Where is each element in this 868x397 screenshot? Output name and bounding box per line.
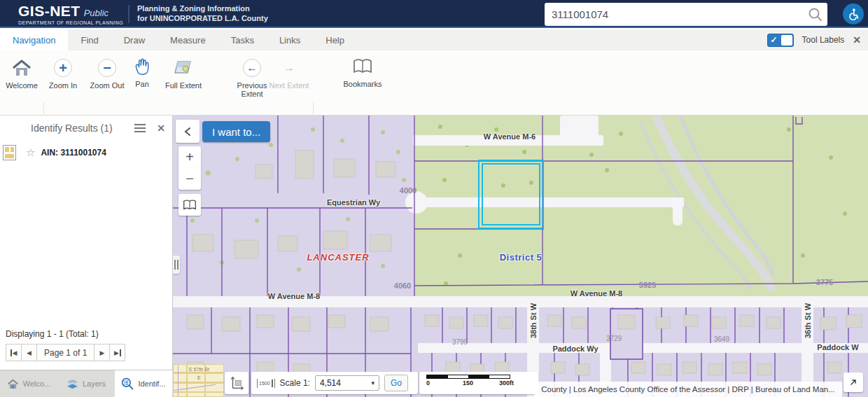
menu-tab-navigation[interactable]: Navigation bbox=[0, 29, 68, 50]
street-label: W Avenue M-8 bbox=[570, 289, 622, 298]
map-attribution: County | Los Angeles County Office of th… bbox=[534, 382, 842, 397]
full-extent-icon bbox=[174, 59, 193, 77]
arrow-up-right-icon bbox=[849, 378, 858, 386]
map-bookmarks-button[interactable] bbox=[178, 194, 201, 216]
attribution-toggle-button[interactable] bbox=[844, 372, 863, 392]
menu-tab-links[interactable]: Links bbox=[267, 29, 313, 50]
identify-results-panel: Identify Results (1) ✕ ☆ AIN: 3111001074… bbox=[0, 116, 173, 370]
result-label: AIN: 3111001074 bbox=[41, 148, 106, 158]
tab-welcome[interactable]: Welco... bbox=[0, 370, 57, 397]
menu-tab-tasks[interactable]: Tasks bbox=[218, 29, 267, 50]
block-number: 4060 bbox=[394, 281, 411, 290]
block-number: 3775 bbox=[816, 278, 833, 286]
tab-layers[interactable]: Layers bbox=[57, 370, 115, 397]
home-icon bbox=[12, 59, 31, 77]
ribbon-close-icon[interactable]: ✕ bbox=[853, 34, 861, 46]
previous-extent-icon: ← bbox=[243, 59, 261, 77]
inset-street-label: E 57th St bbox=[189, 367, 209, 372]
bookmarks-button[interactable]: Bookmarks bbox=[338, 56, 387, 88]
xy-coordinates-button[interactable] bbox=[225, 372, 248, 394]
street-label-vertical: 36th St W bbox=[804, 303, 812, 338]
scalebar-mid: 150 bbox=[463, 379, 473, 386]
scalebar-end: 300ft bbox=[499, 379, 514, 386]
overview-inset-map[interactable]: E 57th St E bbox=[173, 364, 224, 397]
chevron-left-icon bbox=[183, 127, 192, 137]
tab-identify-label: Identif... bbox=[138, 379, 165, 388]
next-extent-icon: → bbox=[284, 62, 295, 74]
panel-menu-icon[interactable] bbox=[134, 122, 146, 134]
street-label: Paddock Wy bbox=[552, 344, 598, 353]
i-want-to-button[interactable]: I want to... bbox=[202, 121, 270, 142]
tool-labels-toggle[interactable]: ✓ bbox=[767, 34, 794, 47]
map-zoom-in-button[interactable]: + bbox=[178, 146, 201, 168]
global-search bbox=[545, 3, 827, 26]
accessibility-icon bbox=[846, 7, 860, 21]
app-logo: GIS-NET Public DEPARTMENT OF REGIONAL PL… bbox=[18, 3, 123, 25]
go-label: Go bbox=[391, 378, 402, 388]
result-thumbnail-icon bbox=[3, 145, 16, 160]
street-label: Paddock W bbox=[817, 343, 858, 351]
scale-go-button[interactable]: Go bbox=[384, 375, 408, 391]
scale-select[interactable]: 4,514 ▾ bbox=[315, 375, 379, 391]
logo-department: DEPARTMENT OF REGIONAL PLANNING bbox=[18, 20, 123, 25]
map-viewport[interactable]: W Avenue M-6 Equestrian Wy LANCASTER Dis… bbox=[173, 116, 868, 397]
header-tagline: Planning & Zoning Information for UNINCO… bbox=[137, 4, 268, 24]
tab-layers-label: Layers bbox=[83, 379, 106, 388]
street-label: Equestrian Wy bbox=[327, 198, 380, 207]
next-extent-button: → Next Extent bbox=[265, 57, 314, 90]
star-icon[interactable]: ☆ bbox=[26, 146, 35, 159]
tab-identify[interactable]: Identif... bbox=[115, 370, 172, 397]
menu-tab-find[interactable]: Find bbox=[68, 29, 111, 50]
panel-title: Identify Results (1) bbox=[31, 123, 113, 134]
scale-value: 4,514 bbox=[320, 378, 341, 388]
panel-tab-bar: Welco... Layers Identif... bbox=[0, 370, 173, 397]
zoom-in-icon: + bbox=[54, 59, 72, 77]
scale-input-icon[interactable]: 1500 bbox=[257, 379, 275, 388]
accessibility-button[interactable] bbox=[843, 4, 864, 25]
result-item[interactable]: ☆ AIN: 3111001074 bbox=[0, 141, 172, 165]
selected-parcel-highlight bbox=[478, 160, 544, 229]
search-button[interactable] bbox=[804, 3, 827, 26]
check-icon: ✓ bbox=[771, 35, 778, 45]
scale-prefix-label: Scale 1: bbox=[280, 378, 310, 388]
layers-icon bbox=[66, 379, 78, 389]
next-page-button[interactable]: ▶ bbox=[94, 344, 110, 361]
menu-tab-measure[interactable]: Measure bbox=[158, 29, 218, 50]
pan-hand-icon bbox=[133, 56, 151, 77]
header-divider bbox=[128, 5, 130, 23]
bookmarks-icon bbox=[352, 57, 373, 76]
pagination: ◀ ◀ Page 1 of 1 ▶ ▶ bbox=[6, 344, 125, 361]
logo-edition: Public bbox=[84, 8, 108, 18]
parcel-number: 3649 bbox=[714, 335, 729, 343]
previous-page-button[interactable]: ◀ bbox=[21, 344, 37, 361]
mini-scale-text: 1500 bbox=[259, 381, 270, 386]
last-page-button[interactable]: ▶ bbox=[109, 344, 125, 361]
first-page-button[interactable]: ◀ bbox=[6, 344, 22, 361]
scalebar: 0 150 300ft bbox=[419, 372, 538, 394]
book-icon bbox=[182, 199, 197, 211]
panel-resize-grip[interactable] bbox=[173, 256, 180, 274]
page-indicator: Page 1 of 1 bbox=[36, 344, 94, 361]
menu-tab-help[interactable]: Help bbox=[313, 29, 357, 50]
block-number: 5925 bbox=[639, 281, 656, 289]
toolbar-ribbon: Welcome Map Navigation + Zoom In − Zoom … bbox=[0, 50, 868, 116]
map-zoom-out-button[interactable]: − bbox=[178, 168, 201, 190]
next-extent-label: Next Extent bbox=[265, 81, 314, 90]
toggle-knob bbox=[781, 35, 792, 46]
xy-coordinates-icon bbox=[229, 375, 244, 391]
search-icon bbox=[808, 7, 823, 22]
tool-labels-label: Tool Labels bbox=[802, 35, 845, 45]
minus-icon: − bbox=[186, 171, 194, 187]
panel-close-icon[interactable]: ✕ bbox=[157, 123, 165, 134]
block-number: 4000 bbox=[400, 186, 416, 195]
search-input[interactable] bbox=[545, 8, 804, 20]
menu-tab-draw[interactable]: Draw bbox=[111, 29, 158, 50]
street-label-vertical: 38th St W bbox=[529, 303, 538, 338]
parcel-number: 3729 bbox=[606, 335, 622, 342]
full-extent-button[interactable]: Full Extent bbox=[159, 57, 208, 90]
home-icon bbox=[7, 379, 19, 389]
chevron-down-icon: ▾ bbox=[371, 379, 374, 386]
collapse-panel-button[interactable] bbox=[176, 120, 200, 143]
street-label: W Avenue M-6 bbox=[484, 132, 536, 141]
zoom-in-button[interactable]: + Zoom In bbox=[38, 57, 88, 90]
